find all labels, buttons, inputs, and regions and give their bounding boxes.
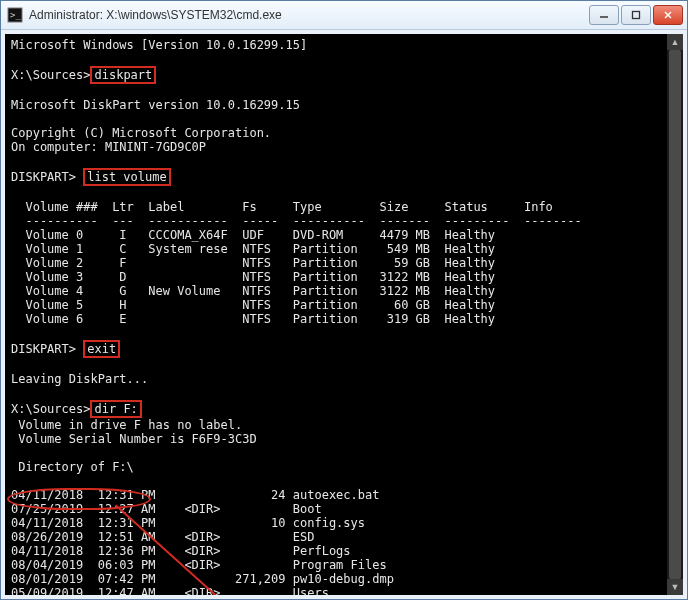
scroll-up-button[interactable]: ▲ bbox=[667, 34, 683, 50]
list-volume-cmd-highlight: list volume bbox=[83, 168, 170, 186]
dir-cmd-highlight: dir F: bbox=[90, 400, 141, 418]
close-button[interactable] bbox=[653, 5, 683, 25]
terminal-output[interactable]: Microsoft Windows [Version 10.0.16299.15… bbox=[5, 34, 683, 595]
terminal-area: Microsoft Windows [Version 10.0.16299.15… bbox=[5, 34, 683, 595]
vertical-scrollbar[interactable]: ▲ ▼ bbox=[667, 34, 683, 595]
cmd-window: >_ Administrator: X:\windows\SYSTEM32\cm… bbox=[0, 0, 688, 600]
svg-text:>_: >_ bbox=[10, 10, 21, 20]
window-buttons bbox=[587, 5, 683, 25]
scroll-thumb[interactable] bbox=[669, 50, 681, 579]
diskpart-cmd-highlight: diskpart bbox=[90, 66, 156, 84]
maximize-button[interactable] bbox=[621, 5, 651, 25]
titlebar[interactable]: >_ Administrator: X:\windows\SYSTEM32\cm… bbox=[1, 1, 687, 30]
cmd-icon: >_ bbox=[7, 7, 23, 23]
scroll-down-button[interactable]: ▼ bbox=[667, 579, 683, 595]
minimize-button[interactable] bbox=[589, 5, 619, 25]
svg-rect-3 bbox=[633, 12, 640, 19]
scroll-track[interactable] bbox=[667, 50, 683, 579]
exit-cmd-highlight: exit bbox=[83, 340, 120, 358]
window-title: Administrator: X:\windows\SYSTEM32\cmd.e… bbox=[29, 8, 587, 22]
